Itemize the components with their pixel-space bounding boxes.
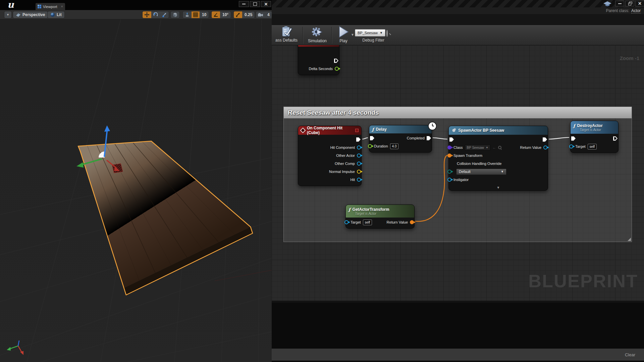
- viewport-tab-icon: [38, 5, 41, 8]
- minimize-button[interactable]: [239, 1, 249, 7]
- collision-handling-pin[interactable]: [447, 170, 451, 174]
- debug-filter-label: Debug Filter: [357, 38, 390, 43]
- hit-component-pin[interactable]: [357, 145, 361, 149]
- target-pin[interactable]: [344, 220, 348, 224]
- grid-snap-button[interactable]: [192, 11, 200, 18]
- node-spawn-actor[interactable]: SpawnActor BP Seesaw Class BP Seesaw ▼: [448, 126, 548, 191]
- parent-class-link[interactable]: Actor: [631, 8, 641, 13]
- tab-viewport[interactable]: Viewport ×: [36, 3, 65, 10]
- node-destroy-actor[interactable]: ƒ DestroyActor Target is Actor Target se…: [570, 121, 619, 153]
- exec-out-pin[interactable]: [543, 137, 547, 142]
- comment-resize-handle[interactable]: [628, 238, 631, 241]
- restore-button[interactable]: [625, 1, 634, 6]
- blueprint-editor-window: ✕ Parent class: Actor ass Defaults: [272, 0, 644, 362]
- maximize-button[interactable]: [250, 1, 260, 7]
- return-value-pin[interactable]: [410, 220, 414, 224]
- blueprint-class-icon: [603, 1, 612, 7]
- hit-pin[interactable]: [357, 178, 361, 182]
- surface-snap-icon: [184, 12, 190, 17]
- exec-in-pin[interactable]: [370, 136, 374, 140]
- browse-icon[interactable]: [498, 146, 501, 149]
- exec-out-pin[interactable]: [613, 136, 618, 141]
- scale-tool-button[interactable]: [160, 11, 169, 18]
- grid-snap-value[interactable]: 10: [200, 11, 209, 18]
- target-value: self: [588, 144, 597, 149]
- parent-class-label: Parent class:: [606, 8, 629, 13]
- angle-snap-icon: [213, 12, 218, 17]
- perspective-button[interactable]: Perspective: [13, 11, 48, 18]
- exec-in-pin[interactable]: [571, 136, 576, 141]
- lit-icon: [50, 12, 55, 17]
- coordinate-system-button[interactable]: [171, 11, 179, 18]
- function-icon: ƒ: [372, 127, 374, 132]
- exec-in-pin[interactable]: [449, 137, 454, 142]
- node-event-tick-partial[interactable]: Delta Seconds: [298, 45, 339, 75]
- simulation-button[interactable]: Simulation: [305, 25, 330, 45]
- use-selected-icon[interactable]: ←: [492, 145, 496, 149]
- viewport-toolbar: ▼ Perspective Lit: [0, 10, 272, 19]
- tab-close-icon[interactable]: ×: [61, 5, 63, 8]
- debug-search-icon[interactable]: [386, 31, 388, 37]
- rotation-snap-group: 10°: [211, 11, 231, 18]
- return-value-pin[interactable]: [543, 145, 547, 149]
- other-comp-pin[interactable]: [357, 162, 361, 166]
- menu-zone: [272, 14, 644, 25]
- rotation-snap-button[interactable]: [212, 11, 220, 18]
- camera-speed-button[interactable]: [256, 11, 265, 18]
- lit-mode-button[interactable]: Lit: [47, 11, 65, 18]
- move-tool-button[interactable]: [143, 11, 151, 18]
- normal-impulse-pin[interactable]: [357, 170, 361, 174]
- duration-pin[interactable]: [368, 144, 372, 148]
- function-icon: ƒ: [348, 207, 351, 212]
- coordinate-system-button-wrap: [170, 11, 180, 18]
- duration-value[interactable]: 4.0: [390, 143, 399, 149]
- exec-out-pin[interactable]: [356, 137, 361, 142]
- instigator-pin[interactable]: [447, 178, 451, 182]
- event-icon: [300, 128, 306, 133]
- camera-speed-group: 4: [256, 11, 272, 18]
- close-button[interactable]: ✕: [261, 1, 271, 7]
- comment-title[interactable]: Reset Seesaw after 4 seconds: [284, 107, 632, 118]
- minimize-button[interactable]: [615, 1, 624, 6]
- window-bottom-edge: [272, 361, 644, 362]
- play-options-caret[interactable]: ▼: [351, 33, 354, 37]
- clear-button[interactable]: Clear: [625, 352, 635, 357]
- other-actor-pin[interactable]: [357, 154, 361, 158]
- surface-snap-button[interactable]: [183, 11, 192, 18]
- spawn-transform-pin[interactable]: [447, 154, 451, 158]
- delegate-pin[interactable]: [355, 129, 359, 132]
- viewport-3d-scene[interactable]: [0, 19, 272, 362]
- node-title: Delay: [376, 127, 387, 132]
- class-defaults-button[interactable]: ass Defaults: [272, 25, 301, 45]
- blueprint-toolbar: ass Defaults Simulation: [272, 25, 644, 45]
- scale-snap-button[interactable]: [234, 11, 242, 18]
- debug-object-dropdown[interactable]: BP_Seesaw ▼: [355, 29, 385, 37]
- play-button[interactable]: Play: [334, 25, 353, 45]
- target-pin[interactable]: [569, 144, 573, 148]
- function-icon: ƒ: [573, 123, 575, 128]
- latent-clock-icon: [428, 122, 437, 130]
- node-title: On Component Hit (Cube): [307, 126, 353, 135]
- rotate-tool-button[interactable]: [151, 11, 160, 18]
- blueprint-graph[interactable]: Zoom -1 BLUEPRINT Reset Seesaw after 4 s…: [272, 45, 644, 301]
- viewport-options-dropdown[interactable]: ▼: [4, 11, 12, 18]
- compiler-results-panel: [272, 303, 644, 349]
- class-pin[interactable]: [447, 145, 451, 149]
- class-select-dropdown[interactable]: BP Seesaw ▼: [465, 144, 490, 150]
- compiler-results-footer: Clear: [272, 349, 644, 361]
- node-get-actor-transform[interactable]: ƒ GetActorTransform Target is Actor Targ…: [345, 204, 415, 229]
- close-button[interactable]: ✕: [635, 1, 644, 6]
- delta-seconds-pin[interactable]: [335, 67, 339, 71]
- exec-out-pin[interactable]: [334, 59, 338, 63]
- scale-snap-value[interactable]: 0.25: [242, 11, 255, 18]
- rotation-snap-value[interactable]: 10°: [220, 11, 231, 18]
- camera-speed-value[interactable]: 4: [265, 11, 272, 18]
- gizmo-plane-handle[interactable]: [112, 164, 123, 173]
- completed-exec-pin[interactable]: [427, 136, 431, 140]
- node-on-component-hit[interactable]: On Component Hit (Cube) Hit Component Ot…: [298, 126, 362, 186]
- camera-icon: [258, 12, 263, 17]
- expand-node-caret[interactable]: ▼: [497, 186, 500, 189]
- selected-plank-mesh[interactable]: [78, 141, 253, 295]
- node-delay[interactable]: ƒ Delay Completed Duration 4.0: [369, 125, 432, 153]
- collision-handling-dropdown[interactable]: Default ▼: [456, 169, 506, 175]
